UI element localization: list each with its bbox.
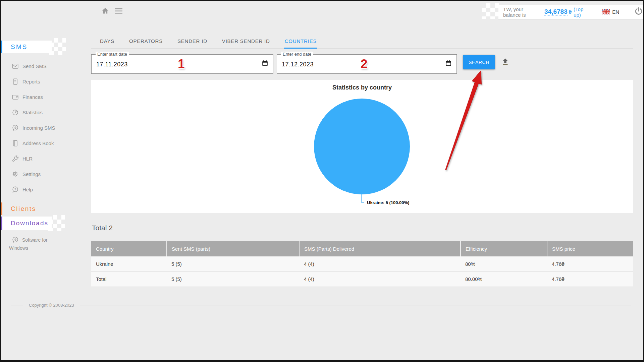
cell-sent: 5 (5): [167, 272, 299, 287]
footer-divider: [80, 305, 631, 305]
sidebar-item-reports[interactable]: Reports: [12, 76, 82, 87]
wrench-icon: [12, 155, 19, 162]
bubble-download-icon: [12, 124, 19, 131]
export-upload-icon[interactable]: [501, 57, 510, 68]
balance-value[interactable]: 34,6783: [544, 8, 568, 16]
cell-country: Ukraine: [91, 256, 167, 272]
column-header-efficiency: Efficiency: [461, 241, 547, 256]
document-icon: [12, 78, 19, 85]
sidebar-item-label: Send SMS: [22, 63, 47, 69]
sidebar-item-label: Reports: [22, 79, 40, 84]
sidebar-item-help[interactable]: ? Help: [12, 184, 82, 195]
end-date-label: Enter end date: [281, 52, 313, 57]
language-code: EN: [612, 9, 619, 15]
pie-callout-line: [361, 194, 362, 203]
start-date-label: Enter start date: [96, 52, 129, 57]
top-up-link[interactable]: (Top up): [574, 6, 590, 18]
balance-currency: ₴: [569, 9, 572, 15]
sidebar-section-sms-label: SMS: [11, 43, 28, 51]
sidebar-item-label: Settings: [22, 171, 41, 177]
hamburger-menu-icon[interactable]: [115, 8, 123, 16]
sidebar-section-clients[interactable]: Clients: [1, 202, 54, 215]
country-pie-chart-panel: Statistics by country Ukraine: 5 (100.00…: [91, 80, 633, 213]
sidebar-item-address-book[interactable]: Address Book: [12, 137, 82, 149]
sidebar-item-label: Help: [22, 187, 33, 192]
cell-efficiency: 80%: [461, 256, 547, 272]
sidebar-item-incoming-sms[interactable]: Incoming SMS: [12, 122, 82, 133]
pie-callout-line: [361, 202, 364, 203]
footer: Copyright © 2008-2023: [11, 303, 633, 308]
footer-divider: [11, 305, 23, 305]
pie-slice-ukraine: [314, 99, 410, 194]
pixel-decoration: [49, 38, 66, 55]
column-header-country: Country: [91, 241, 167, 256]
tab-days[interactable]: DAYS: [99, 36, 115, 49]
cell-country: Total: [91, 272, 167, 287]
wallet-icon: [12, 94, 19, 101]
sidebar-item-label: HLR: [22, 156, 33, 162]
start-date-field: Enter start date: [91, 54, 273, 74]
sidebar-section-sms[interactable]: SMS: [1, 41, 52, 53]
balance-prefix: TW, your balance is: [503, 6, 542, 18]
end-date-input[interactable]: [277, 55, 457, 73]
sidebar-item-label: Incoming SMS: [22, 125, 55, 131]
cell-efficiency: 80.00%: [461, 272, 547, 287]
pie-callout-label: Ukraine: 5 (100.00%): [367, 200, 409, 205]
envelope-icon: [12, 63, 19, 70]
sidebar-section-downloads[interactable]: Downloads: [1, 217, 52, 230]
sidebar-item-label: Address Book: [22, 140, 54, 146]
question-bubble-icon: ?: [12, 186, 19, 193]
column-header-delivered: SMS (Parts) Delivered: [299, 241, 461, 256]
cell-delivered: 4 (4): [299, 272, 461, 287]
pie-chart-icon: [12, 109, 19, 116]
column-header-sent-sms: Sent SMS (parts): [167, 241, 299, 256]
sidebar-item-settings[interactable]: Settings: [12, 168, 82, 180]
table-header-row: Country Sent SMS (parts) SMS (Parts) Del…: [91, 241, 633, 256]
uk-flag-icon: [602, 9, 610, 14]
table-row-total: Total 5 (5) 4 (4) 80.00% 4.76₴: [91, 272, 633, 287]
gear-icon: [12, 171, 19, 178]
balance-panel: TW, your balance is 34,6783 ₴ (Top up) E…: [498, 5, 643, 19]
total-count-heading: Total 2: [92, 224, 113, 232]
statistics-tab-bar: DAYS OPERATORS SENDER ID VIBER SENDER ID…: [91, 36, 633, 49]
power-icon[interactable]: [634, 7, 643, 17]
sidebar-item-label: Finances: [22, 94, 43, 100]
cell-delivered: 4 (4): [299, 256, 461, 272]
calendar-icon[interactable]: [261, 60, 269, 68]
cell-price: 4.76₴: [547, 272, 633, 287]
calendar-icon[interactable]: [445, 60, 452, 68]
pixel-decoration: [48, 215, 65, 231]
country-statistics-table: Country Sent SMS (parts) SMS (Parts) Del…: [91, 241, 633, 287]
bubble-download-icon: [12, 236, 19, 243]
sidebar-section-clients-label: Clients: [11, 205, 36, 213]
start-date-input[interactable]: [92, 55, 273, 73]
tab-countries[interactable]: COUNTRIES: [284, 36, 318, 49]
sidebar-item-software-for-windows[interactable]: Software for Windows: [9, 236, 62, 252]
svg-text:?: ?: [14, 187, 16, 191]
tab-operators[interactable]: OPERATORS: [128, 36, 163, 49]
sidebar-item-send-sms[interactable]: Send SMS: [12, 60, 82, 72]
pixel-decoration: [482, 3, 500, 19]
sidebar-item-hlr[interactable]: HLR: [12, 153, 82, 164]
end-date-field: Enter end date: [277, 54, 457, 74]
cell-price: 4.76₴: [547, 256, 633, 272]
sidebar-item-finances[interactable]: Finances: [12, 91, 82, 103]
copyright-text: Copyright © 2008-2023: [29, 303, 74, 308]
language-selector[interactable]: EN: [602, 9, 619, 15]
column-header-sms-price: SMS price: [547, 241, 633, 256]
sidebar-section-downloads-label: Downloads: [11, 220, 48, 227]
sidebar-item-label: Statistics: [22, 110, 43, 115]
cell-sent: 5 (5): [167, 256, 299, 272]
tab-viber-sender-id[interactable]: VIBER SENDER ID: [221, 36, 271, 49]
table-row: Ukraine 5 (5) 4 (4) 80% 4.76₴: [91, 256, 633, 272]
book-icon: [12, 140, 19, 147]
home-icon[interactable]: [101, 7, 109, 16]
chart-title: Statistics by country: [91, 84, 633, 91]
search-button[interactable]: SEARCH: [463, 55, 495, 69]
tab-sender-id[interactable]: SENDER ID: [177, 36, 208, 49]
app-window: TW, your balance is 34,6783 ₴ (Top up) E…: [0, 0, 644, 362]
sidebar-item-statistics[interactable]: Statistics: [12, 107, 82, 118]
